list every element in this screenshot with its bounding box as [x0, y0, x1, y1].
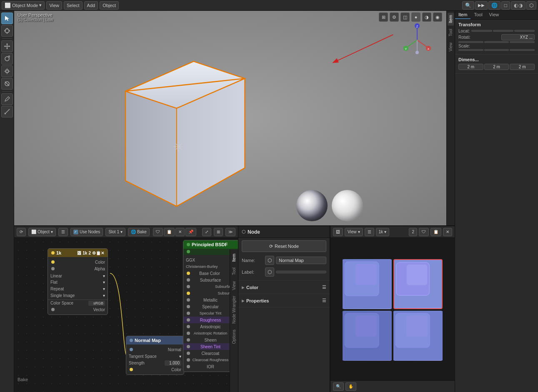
texture-icons-row: ⚙📋✕ — [92, 251, 104, 255]
bsdf-socket-out — [186, 250, 191, 254]
copy-btn[interactable]: 📋 — [164, 228, 175, 236]
viewport-gizmo-btn[interactable]: ⚙ — [390, 12, 399, 22]
svg-marker-8 — [6, 48, 8, 49]
pin-btn[interactable]: 📌 — [185, 228, 196, 236]
dim-z[interactable]: 2 m — [510, 64, 535, 70]
normal-map-node[interactable]: Normal Map Normal Tangent Space ▾ — [126, 336, 184, 375]
rot-y[interactable] — [484, 41, 509, 43]
top-bar: ⬜ Object Mode ▾ View Select Add Object 🔍… — [0, 0, 538, 11]
texture-node-body: Color Alpha Linear ▾ Flat — [48, 257, 108, 315]
move-tool[interactable] — [1, 40, 13, 52]
dim-x[interactable]: 2 m — [458, 64, 483, 70]
img-size-btn[interactable]: 1k ▾ — [376, 228, 390, 236]
img-zoom-btn[interactable]: 🔍 — [333, 382, 344, 391]
shader-canvas[interactable]: 1k 🖼 1k 2 ⚙📋✕ Color — [14, 238, 238, 392]
img-copy-btn[interactable]: 📋 — [430, 228, 441, 236]
render-props-btn[interactable]: ▶▶ — [475, 1, 488, 10]
object-menu[interactable]: Object — [100, 1, 119, 10]
viewport-shading-wireframe[interactable]: ◫ — [400, 12, 410, 22]
bake-btn-header[interactable]: 🌐 Bake — [128, 228, 150, 236]
window-btn[interactable]: □ — [501, 1, 510, 10]
viewport-3d[interactable]: User Perspective (1) Collection | Low — [14, 11, 455, 225]
viewport-shading-solid[interactable]: ● — [411, 12, 420, 22]
cursor-tool[interactable] — [1, 25, 13, 37]
environment-sphere — [296, 190, 328, 221]
shield-btn[interactable]: 🛡 — [153, 228, 163, 236]
view-menu[interactable]: View — [46, 1, 62, 10]
shader-editor: ⟳ ⬜ Object ▾ ☰ ✓ Use Nodes Slot 1 ▾ — [14, 226, 238, 392]
svg-rect-55 — [355, 315, 377, 337]
nw-tab-item[interactable]: Item — [231, 251, 237, 264]
nw-tab-options[interactable]: Options — [231, 327, 237, 346]
measure-tool[interactable] — [1, 106, 13, 117]
loc-z[interactable] — [514, 30, 535, 32]
tab-tool-sidebar[interactable]: Tool — [470, 11, 485, 19]
vector-socket — [51, 308, 55, 311]
editor-type-btn[interactable]: ⟳ — [17, 228, 26, 236]
properties-settings-btn[interactable]: ☰ — [322, 298, 326, 303]
tab-view[interactable]: View — [448, 40, 454, 54]
properties-collapsible[interactable]: ▶ Properties ☰ — [242, 297, 326, 305]
annotate-tool[interactable] — [1, 93, 13, 105]
color-section: ▶ Color ☰ — [238, 281, 330, 294]
img-view-btn[interactable]: View ▾ — [345, 228, 363, 236]
nw-tab-node-wrangler[interactable]: Node Wrangler — [231, 293, 237, 326]
tab-tool[interactable]: Tool — [448, 26, 454, 39]
node-wrangler-toggle[interactable]: ⊞ — [214, 228, 223, 236]
img-shield-btn[interactable]: 🛡 — [419, 228, 429, 236]
tab-item-sidebar[interactable]: Item — [455, 11, 470, 19]
object-type-btn[interactable]: ⬜ Object ▾ — [28, 228, 56, 236]
scene-selector[interactable]: 🔍 — [462, 1, 474, 10]
rotation-mode[interactable]: XYZ ... — [501, 34, 535, 40]
mode-selector[interactable]: ⬜ Object Mode ▾ — [2, 1, 45, 10]
select-menu[interactable]: Select — [64, 1, 83, 10]
tab-item[interactable]: Item — [448, 12, 454, 25]
use-nodes-toggle[interactable]: ✓ Use Nodes — [70, 228, 103, 236]
tab-view-sidebar[interactable]: View — [486, 11, 503, 19]
color-collapsible[interactable]: ▶ Color ☰ — [242, 283, 326, 291]
nw-tab-tool[interactable]: Tool — [231, 265, 237, 277]
loc-y[interactable] — [493, 30, 513, 32]
scale-label: Scale: — [458, 44, 470, 48]
zoom-out-btn[interactable]: ⤢ — [202, 228, 211, 236]
scale-y[interactable] — [484, 49, 509, 51]
scale-x[interactable] — [458, 49, 483, 51]
slot-selector[interactable]: Slot 1 ▾ — [105, 228, 125, 236]
rot-z[interactable] — [510, 41, 535, 43]
reset-node-button[interactable]: ⟳ Reset Node — [242, 240, 326, 252]
svg-rect-58 — [406, 315, 428, 337]
viewport-shading-render[interactable]: ◉ — [433, 12, 442, 22]
nm-tile-top-left — [343, 259, 392, 309]
color-settings-btn[interactable]: ☰ — [322, 285, 326, 290]
rotate-tool[interactable] — [1, 53, 13, 65]
color-output-socket — [51, 260, 55, 264]
img-close-btn[interactable]: ✕ — [443, 228, 452, 236]
add-menu[interactable]: Add — [84, 1, 98, 10]
editor-type-btn[interactable]: ⬡ — [526, 1, 536, 10]
nw-tab-view[interactable]: View — [231, 279, 237, 293]
img-hand-btn[interactable]: ✋ — [345, 382, 356, 391]
select-tool[interactable] — [1, 12, 13, 24]
more-btn[interactable]: ≫ — [225, 228, 235, 236]
scale-z[interactable] — [510, 49, 535, 51]
img-slot-btn[interactable]: 2 — [409, 228, 417, 236]
img-editor-type-btn[interactable]: 🖼 — [333, 228, 343, 236]
loc-x[interactable] — [471, 30, 492, 32]
node-name-value[interactable]: Normal Map — [276, 257, 326, 264]
node-label-value[interactable] — [276, 271, 326, 273]
output-props-btn[interactable]: 🌐 — [488, 1, 500, 10]
texture-node-1k[interactable]: 1k 🖼 1k 2 ⚙📋✕ Color — [48, 248, 108, 315]
viewport-overlay-btn[interactable]: ⊞ — [379, 12, 388, 22]
scale-tool[interactable] — [1, 65, 13, 77]
svg-text:Z: Z — [416, 25, 418, 28]
transform-tool[interactable] — [1, 78, 13, 90]
bake-env-icon: 🌐 — [131, 230, 136, 234]
rot-x[interactable] — [458, 41, 483, 43]
viewport-shading-material[interactable]: ◑ — [422, 12, 431, 22]
close-editor-btn[interactable]: ✕ — [175, 228, 185, 236]
img-menu-btn[interactable]: ☰ — [365, 228, 374, 236]
navigation-gizmo[interactable]: Z X Y — [400, 23, 434, 57]
dim-y[interactable]: 2 m — [484, 64, 509, 70]
menu-btn[interactable]: ☰ — [58, 228, 68, 236]
view-layer-btn[interactable]: ◐◑ — [511, 1, 525, 10]
